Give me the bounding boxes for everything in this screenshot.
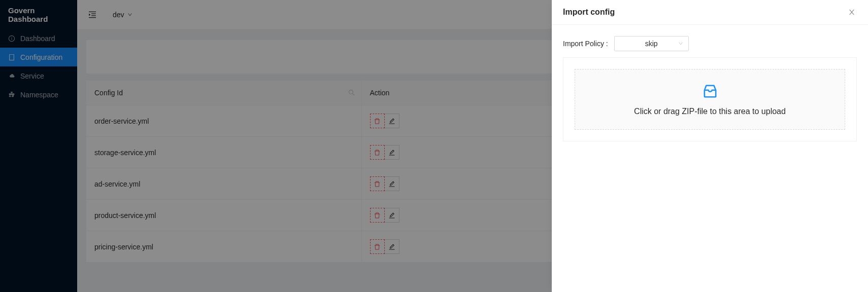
import-drawer: Import config Import Policy : skip [552,0,868,292]
inbox-icon [699,83,721,100]
import-policy-label: Import Policy : [563,40,608,48]
drawer-title: Import config [563,8,615,17]
upload-card: Click or drag ZIP-file to this area to u… [563,57,857,141]
upload-text: Click or drag ZIP-file to this area to u… [634,107,786,116]
import-policy-value: skip [645,40,658,48]
close-icon[interactable] [847,7,857,17]
import-policy-select[interactable]: skip [614,36,689,51]
chevron-down-icon [678,41,683,46]
upload-dropzone[interactable]: Click or drag ZIP-file to this area to u… [575,69,845,130]
